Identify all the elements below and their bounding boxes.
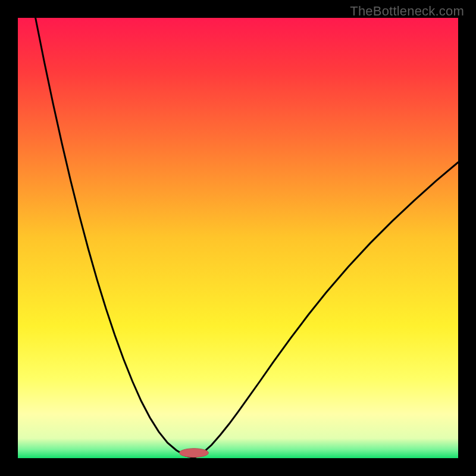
- gradient-background: [18, 18, 458, 458]
- chart-frame: TheBottleneck.com: [0, 0, 476, 476]
- watermark-text: TheBottleneck.com: [350, 4, 464, 19]
- min-marker: [180, 449, 209, 458]
- chart-svg: [18, 18, 458, 458]
- plot-area: [18, 18, 458, 458]
